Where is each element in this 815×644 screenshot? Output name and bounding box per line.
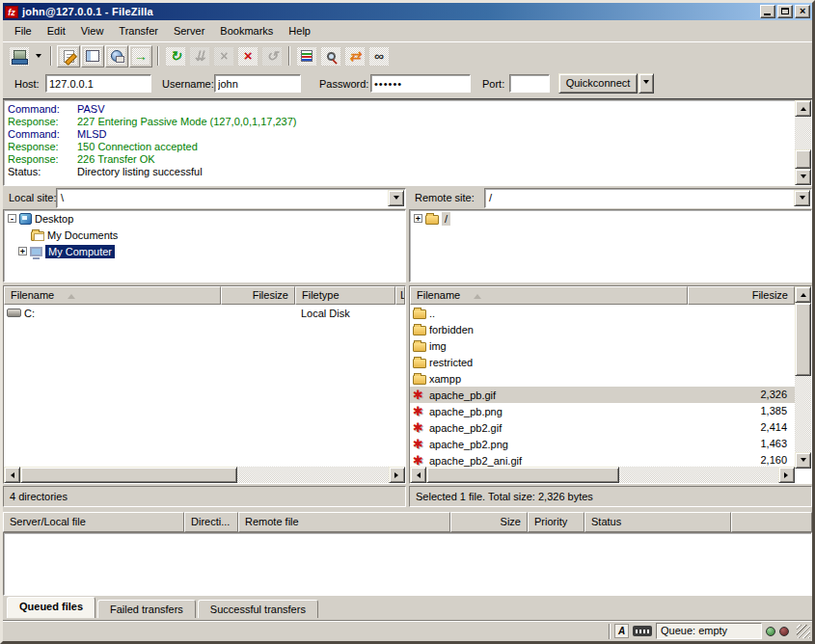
username-input[interactable] — [214, 74, 301, 93]
quickconnect-dropdown[interactable] — [638, 73, 654, 94]
local-site-combo[interactable]: \ — [56, 188, 406, 208]
tree-item-root[interactable]: / — [410, 210, 811, 227]
scroll-up-button[interactable] — [795, 100, 811, 117]
transfer-type-icon[interactable]: A — [614, 624, 629, 638]
remote-site-dropdown[interactable] — [794, 190, 810, 206]
local-hscrollbar[interactable] — [4, 467, 405, 483]
scroll-right-button[interactable] — [389, 467, 405, 483]
column-direction[interactable]: Directi... — [184, 512, 238, 532]
scroll-left-button[interactable] — [410, 467, 426, 483]
column-priority[interactable]: Priority — [528, 512, 584, 532]
tab-queued-files[interactable]: Queued files — [7, 597, 95, 618]
remote-vscrollbar[interactable] — [795, 286, 811, 469]
dir-row[interactable]: restricted — [410, 354, 795, 370]
window-title: john@127.0.0.1 - FileZilla — [22, 6, 758, 17]
refresh-button[interactable]: ↻ — [164, 45, 187, 67]
menu-help[interactable]: Help — [281, 22, 318, 40]
synchronized-browsing-button[interactable]: ⇄ — [343, 45, 367, 67]
scroll-down-button[interactable] — [795, 169, 811, 185]
file-row[interactable]: ✱apache_pb2.gif2,414 — [410, 419, 795, 436]
cancel-operation-button[interactable]: × — [212, 45, 235, 67]
toggle-queue-button[interactable]: → — [129, 45, 152, 67]
file-row[interactable]: ✱apache_pb2_ani.gif2,160 — [410, 452, 795, 467]
menu-server[interactable]: Server — [166, 22, 212, 40]
menu-edit[interactable]: Edit — [40, 22, 73, 40]
resize-grip[interactable] — [797, 625, 810, 638]
column-filesize[interactable]: Filesize — [221, 286, 295, 305]
scroll-right-button[interactable] — [778, 467, 795, 483]
scroll-down-button[interactable] — [795, 452, 811, 469]
tree-item-my-documents[interactable]: My Documents — [4, 227, 405, 243]
process-queue-button[interactable]: ⇊ — [188, 45, 211, 67]
toggle-remote-tree-button[interactable] — [105, 45, 128, 67]
dir-row[interactable]: .. — [410, 305, 795, 321]
file-row[interactable]: ✱apache_pb.png1,385 — [410, 403, 795, 419]
queue-list[interactable] — [3, 532, 812, 596]
menu-file[interactable]: File — [7, 22, 40, 40]
remote-file-list[interactable]: Filename Filesize .. forbidden img restr… — [409, 285, 812, 484]
file-row[interactable]: ✱apache_pb2.png1,463 — [410, 436, 795, 452]
tree-item-desktop[interactable]: Desktop — [4, 210, 405, 227]
toggle-message-log-button[interactable] — [57, 45, 80, 67]
column-filename[interactable]: Filename — [4, 286, 221, 305]
dir-row[interactable]: img — [410, 337, 795, 354]
menu-transfer[interactable]: Transfer — [111, 22, 166, 40]
dir-row[interactable]: xampp — [410, 370, 795, 387]
menu-view[interactable]: View — [73, 22, 112, 40]
file-row-selected[interactable]: ✱apache_pb.gif2,326 — [410, 387, 795, 403]
find-files-button[interactable]: ∞ — [367, 45, 391, 67]
expand-icon[interactable] — [414, 214, 422, 223]
tab-successful-transfers[interactable]: Successful transfers — [198, 600, 318, 618]
column-last-modified[interactable]: L — [395, 286, 405, 305]
collapse-icon[interactable] — [8, 214, 16, 223]
remote-site-combo[interactable]: / — [484, 188, 812, 208]
scroll-left-button[interactable] — [4, 467, 20, 483]
filter-button[interactable] — [295, 45, 318, 67]
toggle-local-tree-button[interactable] — [81, 45, 104, 67]
local-tree[interactable]: Desktop My Documents My Computer — [3, 209, 406, 282]
port-input[interactable] — [509, 74, 550, 93]
message-log[interactable]: Command:PASV Response:227 Entering Passi… — [3, 99, 812, 186]
directory-comparison-button[interactable] — [319, 45, 342, 67]
log-line: Response:226 Transfer OK — [4, 153, 811, 166]
tab-failed-transfers[interactable]: Failed transfers — [97, 600, 196, 618]
scroll-up-button[interactable] — [795, 286, 811, 303]
speed-limits-icon[interactable] — [633, 626, 652, 636]
log-scrollbar[interactable] — [795, 100, 811, 185]
close-button[interactable]: × — [795, 5, 810, 18]
local-file-list[interactable]: Filename Filesize Filetype L C: Local Di… — [3, 285, 406, 484]
column-filetype[interactable]: Filetype — [295, 286, 395, 305]
host-input[interactable] — [45, 74, 151, 93]
titlebar[interactable]: fz john@127.0.0.1 - FileZilla × — [3, 3, 812, 20]
remote-tree[interactable]: / — [409, 209, 812, 282]
column-server-local-file[interactable]: Server/Local file — [3, 512, 184, 532]
arrow-down-icon — [801, 174, 806, 181]
maximize-button[interactable] — [777, 5, 793, 18]
expand-icon[interactable] — [18, 247, 27, 255]
dir-row[interactable]: forbidden — [410, 321, 795, 337]
menu-bookmarks[interactable]: Bookmarks — [212, 22, 281, 40]
scrollbar-thumb[interactable] — [426, 467, 619, 483]
password-input[interactable] — [370, 74, 471, 93]
remote-hscrollbar[interactable] — [410, 467, 795, 483]
column-filesize[interactable]: Filesize — [688, 286, 795, 305]
column-size[interactable]: Size — [450, 512, 528, 532]
file-row-c-drive[interactable]: C: Local Disk — [4, 305, 405, 321]
reconnect-button[interactable]: ↺ — [260, 45, 284, 67]
queue-header: Server/Local file Directi... Remote file… — [3, 512, 812, 532]
column-remote-file[interactable]: Remote file — [238, 512, 450, 532]
minimize-button[interactable] — [760, 5, 775, 18]
message-log-icon — [64, 50, 74, 63]
column-filename[interactable]: Filename — [410, 286, 688, 305]
scrollbar-thumb[interactable] — [795, 303, 811, 376]
scrollbar-thumb[interactable] — [20, 467, 237, 483]
scrollbar-thumb[interactable] — [795, 149, 811, 169]
site-manager-dropdown[interactable] — [32, 45, 45, 67]
quickconnect-button[interactable]: Quickconnect — [558, 73, 638, 94]
column-status[interactable]: Status — [584, 512, 731, 532]
remote-status-text: Selected 1 file. Total size: 2,326 bytes — [409, 486, 812, 507]
local-site-dropdown[interactable] — [388, 190, 404, 206]
tree-item-my-computer[interactable]: My Computer — [4, 243, 405, 259]
disconnect-button[interactable]: × — [236, 45, 259, 67]
site-manager-button[interactable] — [8, 45, 31, 67]
